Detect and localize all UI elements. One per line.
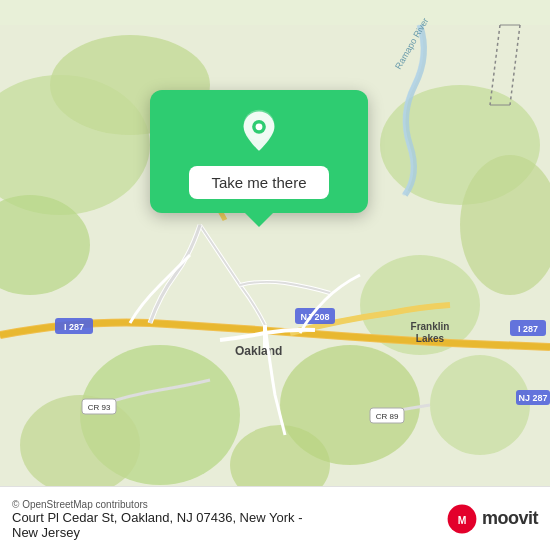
region-line: New Jersey	[12, 525, 302, 540]
svg-text:I 287: I 287	[518, 324, 538, 334]
take-me-there-button[interactable]: Take me there	[189, 166, 328, 199]
svg-text:Lakes: Lakes	[416, 333, 445, 344]
popup-card: Take me there	[150, 90, 368, 213]
svg-text:CR 93: CR 93	[88, 403, 111, 412]
svg-point-11	[430, 355, 530, 455]
svg-text:M: M	[458, 514, 467, 525]
svg-text:I 287: I 287	[64, 322, 84, 332]
bottom-bar: © OpenStreetMap contributors Court Pl Ce…	[0, 486, 550, 550]
svg-text:NJ 208: NJ 208	[300, 312, 329, 322]
svg-point-36	[256, 123, 263, 130]
svg-point-9	[20, 395, 140, 495]
address-line: Court Pl Cedar St, Oakland, NJ 07436, Ne…	[12, 510, 302, 525]
moovit-logo: M moovit	[446, 503, 538, 535]
map-container: I 287 NJ 208 4 I 287 CR 93 CR 89 NJ 287	[0, 0, 550, 550]
svg-text:Oakland: Oakland	[235, 344, 282, 358]
svg-text:NJ 287: NJ 287	[518, 393, 547, 403]
map-background: I 287 NJ 208 4 I 287 CR 93 CR 89 NJ 287	[0, 0, 550, 550]
moovit-icon: M	[446, 503, 478, 535]
osm-text: © OpenStreetMap contributors	[12, 499, 148, 510]
address-section: © OpenStreetMap contributors Court Pl Ce…	[12, 497, 302, 540]
svg-text:CR 89: CR 89	[376, 412, 399, 421]
svg-text:Franklin: Franklin	[411, 321, 450, 332]
moovit-text: moovit	[482, 508, 538, 529]
osm-attribution: © OpenStreetMap contributors	[12, 499, 302, 510]
location-pin-icon	[235, 108, 283, 156]
